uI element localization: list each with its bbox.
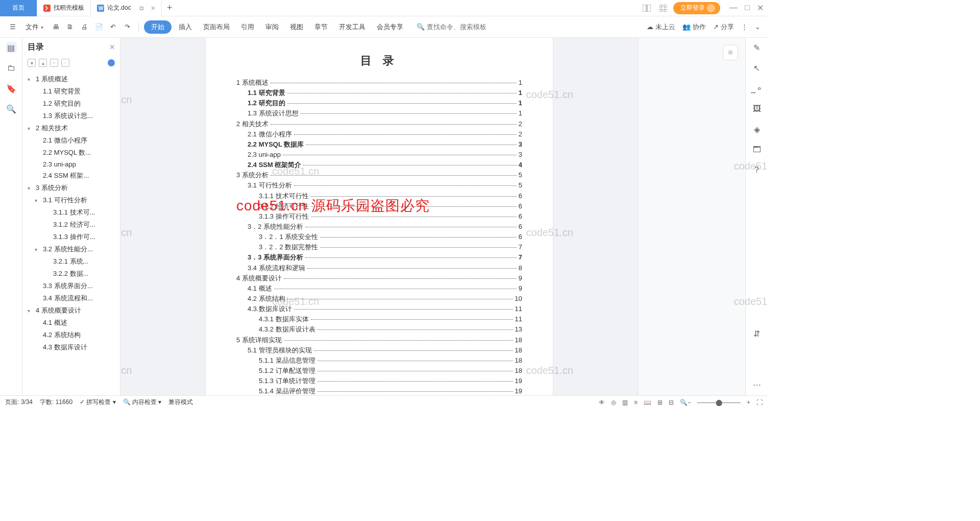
toc-entry[interactable]: 4.2 系统结构10 [236, 294, 522, 304]
toc-entry[interactable]: 5 系统详细实现18 [236, 335, 522, 345]
toc-entry[interactable]: 4.3.1 数据库实体11 [236, 314, 522, 324]
toc-entry[interactable]: 2.4 SSM 框架简介4 [236, 160, 522, 170]
tab-document[interactable]: W 论文.doc ⧉ × [91, 0, 162, 16]
zoom-in-icon[interactable]: + [747, 399, 750, 406]
close-window-icon[interactable]: ✕ [757, 3, 764, 13]
undo-icon[interactable]: ↶ [108, 21, 119, 33]
toc-entry[interactable]: 1.3 系统设计思想1 [236, 108, 522, 119]
outline-node[interactable]: 2.3 uni-app [22, 159, 120, 170]
outline-node[interactable]: ▾3.1 可行性分析 [22, 194, 120, 206]
toc-entry[interactable]: 5.1.2 订单配送管理18 [236, 366, 522, 376]
login-button[interactable]: 立即登录 [673, 2, 720, 14]
tab-devtools[interactable]: 开发工具 [335, 20, 370, 34]
outline-node[interactable]: 3.3 系统界面分... [22, 280, 120, 292]
maximize-icon[interactable]: □ [745, 3, 750, 13]
add-tab-button[interactable]: + [162, 3, 178, 13]
document-area[interactable]: code51.cn code51.cn code51.cn 目 录 1 系统概述… [120, 38, 638, 395]
read-icon[interactable]: 🗔 [751, 144, 763, 155]
close-tab-icon[interactable]: × [151, 4, 155, 12]
web-view-icon[interactable]: ⊞ [657, 399, 663, 406]
menu-icon[interactable]: ☰ [7, 21, 18, 33]
outline-view-icon[interactable]: ≡ [634, 399, 638, 406]
outline-node[interactable]: 3.1.3 操作可... [22, 231, 120, 243]
focus-icon[interactable]: ◎ [611, 399, 616, 406]
help-icon[interactable]: ? [751, 164, 763, 176]
outline-node[interactable]: 4.1 概述 [22, 317, 120, 329]
content-check-toggle[interactable]: 🔍 内容检查 ▾ [123, 398, 162, 407]
outline-node[interactable]: ▾3.2 系统性能分... [22, 243, 120, 255]
expand-all-icon[interactable]: ▴ [39, 59, 47, 67]
file-menu[interactable]: 文件 ▾ [21, 20, 47, 34]
outline-node[interactable]: 1.1 研究背景 [22, 85, 120, 98]
outline-node[interactable]: 2.4 SSM 框架... [22, 170, 120, 182]
outline-node[interactable]: 3.1.2 经济可... [22, 219, 120, 231]
outline-node[interactable]: 3.4 系统流程和... [22, 292, 120, 304]
toc-entry[interactable]: 4.3.2 数据库设计表13 [236, 324, 522, 335]
select-icon[interactable]: ↖ [751, 62, 763, 74]
saveas-icon[interactable]: 🗎 [65, 21, 76, 33]
collab-button[interactable]: 👥协作 [682, 22, 706, 32]
toc-entry[interactable]: 2 相关技术2 [236, 119, 522, 129]
read-view-icon[interactable]: 📖 [644, 399, 651, 406]
share-button[interactable]: ↗分享 [713, 22, 734, 32]
toc-entry[interactable]: 4 系统概要设计9 [236, 273, 522, 283]
toc-entry[interactable]: 5.1.1 菜品信息管理18 [236, 356, 522, 366]
toc-entry[interactable]: 5.1.4 菜品评价管理19 [236, 386, 522, 395]
toc-entry[interactable]: 4.3.数据库设计11 [236, 304, 522, 314]
zoom-slider[interactable]: ———⬤——— [697, 399, 741, 406]
diamond-icon[interactable]: ◈ [751, 124, 763, 135]
outline-node[interactable]: 3.2.1 系统... [22, 255, 120, 268]
preview-icon[interactable]: 📄 [93, 21, 105, 33]
add-heading-icon[interactable]: + [50, 59, 58, 67]
outline-node[interactable]: 1.3 系统设计思... [22, 110, 120, 122]
apps-icon[interactable] [657, 2, 669, 14]
page-view-icon[interactable]: ▥ [622, 399, 628, 406]
collapse-ribbon-icon[interactable]: ⌄ [755, 23, 761, 31]
page-indicator[interactable]: 页面: 3/34 [5, 398, 33, 407]
toc-entry[interactable]: 3 系统分析5 [236, 170, 522, 180]
toc-entry[interactable]: 3.1.2 经济可行性6 [236, 201, 522, 211]
popout-icon[interactable]: ⧉ [139, 5, 144, 12]
more-icon[interactable]: ⋮ [741, 23, 748, 31]
search-input[interactable] [427, 23, 503, 31]
outline-node[interactable]: 3.2.2 数据... [22, 268, 120, 280]
toc-entry[interactable]: 2.1 微信小程序2 [236, 129, 522, 139]
tab-templates[interactable]: 找稻壳模板 [37, 0, 91, 16]
remove-heading-icon[interactable]: − [61, 59, 69, 67]
sync-indicator-icon[interactable] [108, 59, 115, 66]
tab-chapter[interactable]: 章节 [310, 20, 332, 34]
save-icon[interactable]: 🖶 [51, 21, 62, 33]
toc-entry[interactable]: 1 系统概述1 [236, 78, 522, 88]
tab-insert[interactable]: 插入 [175, 20, 196, 34]
spellcheck-toggle[interactable]: ✓ 拼写检查 ▾ [80, 398, 116, 407]
tab-reference[interactable]: 引用 [237, 20, 258, 34]
toc-entry[interactable]: 5.1 管理员模块的实现18 [236, 345, 522, 356]
outline-node[interactable]: ▾4 系统概要设计 [22, 304, 120, 317]
toc-entry[interactable]: 3．2．1 系统安全性6 [236, 232, 522, 242]
toc-entry[interactable]: 3.4 系统流程和逻辑8 [236, 263, 522, 273]
outline-node[interactable]: 4.3 数据库设计 [22, 341, 120, 353]
outline-node[interactable]: 2.2 MYSQL 数... [22, 147, 120, 159]
eye-icon[interactable]: 👁 [599, 399, 605, 406]
toc-entry[interactable]: 3．2．2 数据完整性7 [236, 242, 522, 252]
toc-entry[interactable]: 3.1.1 技术可行性6 [236, 191, 522, 201]
toc-entry[interactable]: 1.2 研究目的1 [236, 98, 522, 108]
toc-entry[interactable]: 5.1.3 订单统计管理19 [236, 376, 522, 386]
toc-entry[interactable]: 4.1 概述9 [236, 283, 522, 294]
panel-toggle-icon[interactable]: ≡ [723, 45, 738, 60]
bookmark-icon[interactable]: 🔖 [6, 83, 17, 94]
parts-icon[interactable]: 🗀 [6, 62, 17, 74]
tab-start[interactable]: 开始 [144, 20, 172, 34]
toc-entry[interactable]: 3.1 可行性分析5 [236, 180, 522, 191]
layout1-icon[interactable] [641, 2, 653, 14]
fullscreen-icon[interactable]: ⛶ [756, 399, 763, 406]
close-panel-icon[interactable]: × [109, 42, 115, 53]
settings-icon[interactable]: ⎯⚬ [751, 83, 763, 94]
pen-icon[interactable]: ✎ [751, 42, 763, 53]
outline-node[interactable]: 3.1.1 技术可... [22, 206, 120, 219]
outline-node[interactable]: 1.2 研究目的 [22, 98, 120, 110]
outline-node[interactable]: ▾1 系统概述 [22, 73, 120, 85]
tab-review[interactable]: 审阅 [261, 20, 283, 34]
find-icon[interactable]: 🔍 [6, 103, 17, 114]
command-search[interactable]: 🔍 [416, 23, 503, 31]
